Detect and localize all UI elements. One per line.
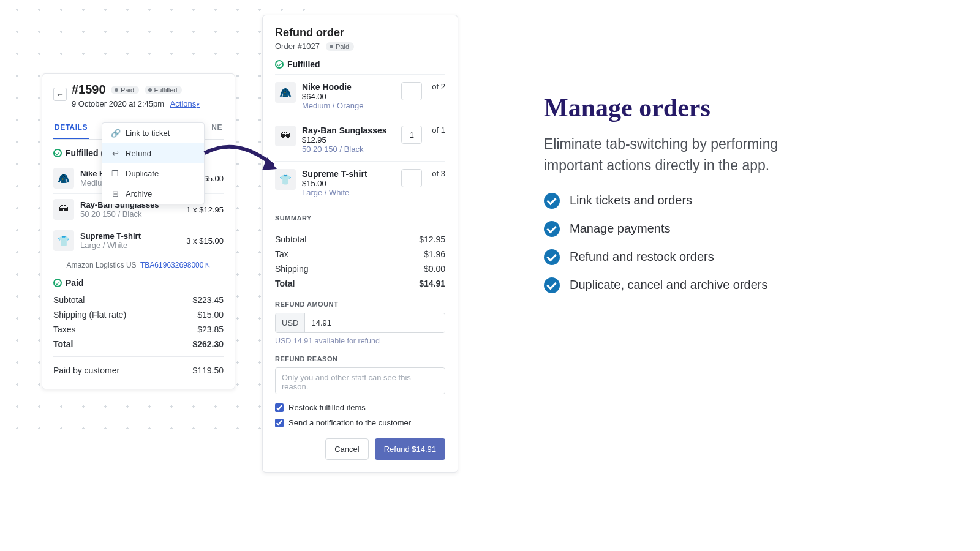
refund-amount-input-group: USD <box>275 313 445 333</box>
product-thumb: 🧥 <box>275 82 296 103</box>
tab-timeline[interactable]: NE <box>210 118 224 139</box>
of-total: of 3 <box>432 169 445 178</box>
of-total: of 2 <box>432 82 445 91</box>
feature-item: Manage payments <box>544 220 807 237</box>
feature-item: Link tickets and orders <box>544 192 807 209</box>
line-item-price: $15.00 <box>302 179 395 188</box>
summary-row: Shipping (Flat rate)$15.00 <box>53 307 224 322</box>
line-item-name: Supreme T-shirt <box>302 169 395 179</box>
archive-icon: ⊟ <box>111 189 119 198</box>
refund-available-hint: USD 14.91 available for refund <box>275 337 445 345</box>
line-item-variant: Medium / Orange <box>302 101 395 110</box>
chevron-down-icon: ▾ <box>197 102 200 108</box>
refund-reason-heading: REFUND REASON <box>275 355 445 362</box>
of-total: of 1 <box>432 126 445 135</box>
order-details-card: ← #1590 Paid Fulfilled 9 October 2020 at… <box>42 73 235 389</box>
paid-badge: Paid <box>326 42 354 51</box>
duplicate-icon: ❐ <box>111 169 119 178</box>
divider <box>275 227 445 227</box>
refund-qty-input[interactable] <box>401 82 422 100</box>
summary-row-total: Total$262.30 <box>53 337 224 351</box>
feature-item: Refund and restock orders <box>544 248 807 265</box>
arrow-annotation <box>201 142 287 176</box>
back-arrow-icon: ← <box>56 89 64 99</box>
summary-row: Subtotal$12.95 <box>275 232 445 247</box>
line-item-variant: Large / White <box>80 241 180 250</box>
link-icon: 🔗 <box>111 129 119 138</box>
line-item-qty: 1 x $12.95 <box>186 205 224 214</box>
restock-checkbox-row: Restock fulfilled items <box>275 403 445 412</box>
refund-line-item: 👕 Supreme T-shirt $15.00 Large / White o… <box>275 161 445 204</box>
paid-section-head: Paid <box>53 278 224 288</box>
refund-confirm-button[interactable]: Refund $14.91 <box>375 438 445 460</box>
marketing-title: Manage orders <box>544 93 807 122</box>
line-item-qty: 3 x $15.00 <box>186 236 224 246</box>
line-item-variant: 50 20 150 / Black <box>80 209 180 219</box>
line-item-name: Nike Hoodie <box>302 82 395 92</box>
order-number: #1590 <box>72 83 106 97</box>
feature-item: Duplicate, cancel and archive orders <box>544 276 807 293</box>
cancel-button[interactable]: Cancel <box>325 438 368 460</box>
currency-prefix: USD <box>276 313 305 332</box>
line-item-variant: 50 20 150 / Black <box>302 144 395 154</box>
summary-row-total: Total$14.91 <box>275 276 445 291</box>
restock-checkbox[interactable] <box>275 403 284 412</box>
fulfilled-badge: Fulfilled <box>145 86 183 94</box>
notify-checkbox-row: Send a notification to the customer <box>275 418 445 427</box>
check-icon <box>544 249 560 265</box>
divider <box>53 356 224 357</box>
paid-by-customer-row: Paid by customer$119.50 <box>53 363 224 378</box>
summary-row: Subtotal$223.45 <box>53 293 224 307</box>
summary-row: Taxes$23.85 <box>53 322 224 337</box>
line-item-variant: Large / White <box>302 188 395 197</box>
external-link-icon: ⇱ <box>205 261 210 269</box>
refund-icon: ↩ <box>111 149 119 158</box>
check-circle-icon <box>275 60 284 69</box>
refund-reason-input[interactable] <box>275 367 445 394</box>
actions-dropdown-trigger[interactable]: Actions▾ <box>170 99 200 108</box>
tracking-link[interactable]: TBA619632698000⇱ <box>140 261 210 269</box>
summary-row: Tax$1.96 <box>275 247 445 261</box>
actions-dropdown-menu: 🔗Link to ticket ↩Refund ❐Duplicate ⊟Arch… <box>102 122 205 204</box>
check-icon <box>544 193 560 209</box>
marketing-panel: Manage orders Eliminate tab-switching by… <box>544 93 807 304</box>
refund-line-item: 🕶 Ray-Ban Sunglasses $12.95 50 20 150 / … <box>275 118 445 161</box>
line-item-name: Supreme T-shirt <box>80 231 180 241</box>
tab-details[interactable]: DETAILS <box>53 118 89 139</box>
product-thumb: 👕 <box>53 230 74 251</box>
check-circle-icon <box>53 149 62 157</box>
refund-qty-input[interactable] <box>401 169 422 187</box>
refund-line-item: 🧥 Nike Hoodie $64.00 Medium / Orange of … <box>275 74 445 118</box>
line-item-name: Ray-Ban Sunglasses <box>302 126 395 135</box>
product-thumb: 🧥 <box>53 168 74 189</box>
order-date: 9 October 2020 at 2:45pm <box>72 99 164 108</box>
check-icon <box>544 221 560 237</box>
menu-duplicate[interactable]: ❐Duplicate <box>102 163 204 184</box>
line-item: 👕 Supreme T-shirt Large / White 3 x $15.… <box>53 225 224 256</box>
line-item-price: $12.95 <box>302 135 395 144</box>
check-circle-icon <box>53 279 62 287</box>
summary-heading: SUMMARY <box>275 214 445 222</box>
product-thumb: 🕶 <box>53 199 74 220</box>
back-button[interactable]: ← <box>53 88 67 101</box>
menu-archive[interactable]: ⊟Archive <box>102 184 204 204</box>
refund-order-card: Refund order Order #1027 Paid Fulfilled … <box>262 15 458 473</box>
summary-row: Shipping$0.00 <box>275 261 445 276</box>
refund-title: Refund order <box>275 26 445 39</box>
line-item-price: $64.00 <box>302 92 395 101</box>
refund-amount-heading: REFUND AMOUNT <box>275 301 445 308</box>
tracking-info: Amazon Logistics US TBA619632698000⇱ <box>53 261 224 269</box>
menu-refund[interactable]: ↩Refund <box>102 143 204 163</box>
menu-link-to-ticket[interactable]: 🔗Link to ticket <box>102 123 204 143</box>
refund-qty-input[interactable] <box>401 126 422 144</box>
marketing-subtitle: Eliminate tab-switching by performing im… <box>544 133 807 176</box>
fulfilled-section-head: Fulfilled <box>275 59 445 69</box>
refund-amount-input[interactable] <box>305 313 445 332</box>
paid-badge: Paid <box>111 86 139 94</box>
refund-subtitle: Order #1027 Paid <box>275 42 445 51</box>
check-icon <box>544 277 560 293</box>
notify-checkbox[interactable] <box>275 419 284 427</box>
